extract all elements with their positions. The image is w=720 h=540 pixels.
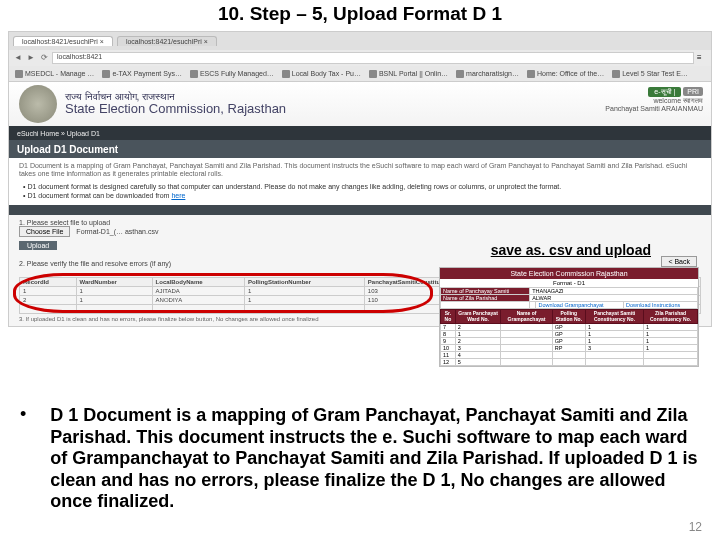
- chosen-filename: Format-D1_(… asthan.csv: [76, 228, 158, 235]
- slide-note: • D 1 Document is a mapping of Gram Panc…: [20, 405, 700, 513]
- choose-file-button[interactable]: Choose File: [19, 226, 70, 237]
- excel-preview: State Election Commission Rajasthan Form…: [439, 267, 699, 367]
- bullet-2-prefix: D1 document format can be downloaded fro…: [27, 192, 171, 199]
- address-input[interactable]: localhost:8421: [52, 52, 694, 64]
- step-1-label: 1. Please select file to upload: [19, 219, 701, 226]
- welcome-text: welcome स्वागतम: [605, 97, 703, 105]
- bookmark[interactable]: Local Body Tax - Pu…: [282, 70, 361, 78]
- slide-title: 10. Step – 5, Upload Format D 1: [0, 0, 720, 31]
- bookmark[interactable]: Home: Office of the…: [527, 70, 604, 78]
- breadcrumb: eSuchi Home » Upload D1: [9, 126, 711, 140]
- table-row: 81GP11: [441, 331, 698, 338]
- page-content: D1 Document is a mapping of Gram Panchay…: [9, 158, 711, 205]
- user-text: Panchayat Samiti ARAIANMAU: [605, 105, 703, 112]
- menu-icon[interactable]: ≡: [697, 53, 707, 63]
- table-row: 103RP31: [441, 345, 698, 352]
- excel-data-table: Sr. NoGram Panchayat Ward No.Name of Gra…: [440, 309, 698, 366]
- info-bullets: • D1 document format is designed careful…: [23, 183, 701, 199]
- browser-tab[interactable]: localhost:8421/esuchiPri ×: [117, 36, 217, 46]
- bookmark[interactable]: BSNL Portal || Onlin…: [369, 70, 448, 78]
- bookmark[interactable]: Level 5 Star Test E…: [612, 70, 688, 78]
- table-row: 92GP11: [441, 338, 698, 345]
- upload-button[interactable]: Upload: [19, 241, 57, 250]
- reload-icon[interactable]: ⟳: [39, 53, 49, 63]
- excel-kv: Name of Panchayay SamitiTHANAGAZI Name o…: [440, 287, 698, 309]
- excel-title: State Election Commission Rajasthan: [440, 268, 698, 279]
- back-icon[interactable]: ◄: [13, 53, 23, 63]
- th: LocalBodyName: [152, 277, 244, 286]
- page-number: 12: [689, 520, 702, 534]
- download-link[interactable]: here: [171, 192, 185, 199]
- back-button[interactable]: < Back: [661, 256, 697, 267]
- table-row: 125: [441, 359, 698, 366]
- th: PollingStationNumber: [245, 277, 365, 286]
- page-description: D1 Document is a mapping of Gram Panchay…: [19, 162, 701, 179]
- th: RecordId: [20, 277, 77, 286]
- site-banner: राज्य निर्वाचन आयोग, राजस्थान State Elec…: [9, 82, 711, 126]
- page-heading-bar: Upload D1 Document: [9, 140, 711, 158]
- browser-tab[interactable]: localhost:8421/esuchiPri ×: [13, 36, 113, 46]
- browser-address-bar: ◄ ► ⟳ localhost:8421 ≡: [9, 50, 711, 66]
- th: WardNumber: [76, 277, 152, 286]
- save-as-label: save as. csv and upload: [491, 242, 651, 258]
- banner-english: State Election Commission, Rajasthan: [65, 102, 286, 116]
- table-row: 114: [441, 352, 698, 359]
- excel-format: Format - D1: [440, 279, 698, 287]
- bookmark[interactable]: ESCS Fully Managed…: [190, 70, 274, 78]
- page-heading: Upload D1 Document: [17, 144, 118, 155]
- esuchi-badge: e-सूची |: [648, 87, 681, 97]
- bullet-icon: •: [20, 405, 26, 423]
- browser-screenshot: localhost:8421/esuchiPri × localhost:842…: [8, 31, 712, 327]
- note-text: D 1 Document is a mapping of Gram Pancha…: [50, 405, 700, 513]
- bookmark[interactable]: e-TAX Payment Sys…: [102, 70, 182, 78]
- bullet-1: D1 document format is designed carefully…: [27, 183, 561, 190]
- forward-icon[interactable]: ►: [26, 53, 36, 63]
- bookmarks-bar: MSEDCL - Manage … e-TAX Payment Sys… ESC…: [9, 66, 711, 82]
- bookmark[interactable]: marcharatisign…: [456, 70, 519, 78]
- bookmark[interactable]: MSEDCL - Manage …: [15, 70, 94, 78]
- emblem-icon: [19, 85, 57, 123]
- divider-band: [9, 205, 711, 215]
- browser-tabbar: localhost:8421/esuchiPri × localhost:842…: [9, 32, 711, 50]
- pri-badge: PRI: [683, 87, 703, 96]
- step-2: 2. Please verify the file and resolve er…: [19, 260, 701, 267]
- table-row: 72GP11: [441, 324, 698, 331]
